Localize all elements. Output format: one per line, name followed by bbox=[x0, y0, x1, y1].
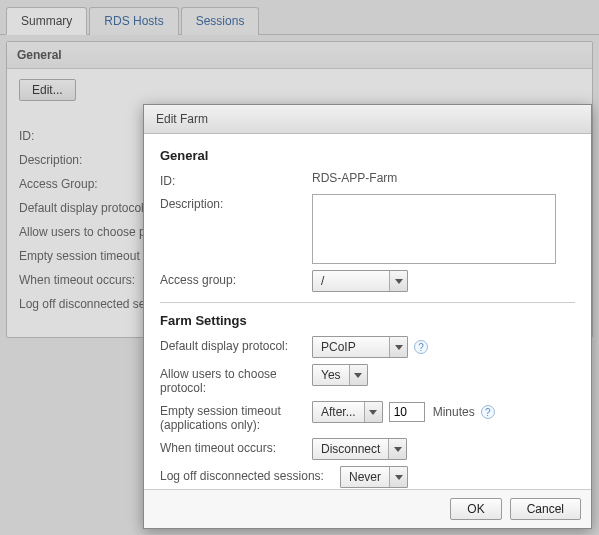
general-panel-header: General bbox=[7, 42, 592, 69]
value-id: RDS-APP-Farm bbox=[312, 171, 397, 185]
when-timeout-select[interactable]: Disconnect bbox=[312, 438, 407, 460]
tab-bar: Summary RDS Hosts Sessions bbox=[0, 0, 599, 35]
section-farm-settings: Farm Settings bbox=[160, 313, 575, 328]
dialog-body: General ID: RDS-APP-Farm Description: Ac… bbox=[144, 134, 591, 489]
label-empty-session: Empty session timeout (applications only… bbox=[160, 401, 312, 432]
row-when-timeout: When timeout occurs: Disconnect bbox=[160, 438, 575, 460]
help-icon[interactable]: ? bbox=[414, 340, 428, 354]
empty-session-mode-select[interactable]: After... bbox=[312, 401, 383, 423]
empty-session-minutes-input[interactable] bbox=[389, 402, 425, 422]
log-off-value: Never bbox=[341, 467, 389, 487]
cancel-button[interactable]: Cancel bbox=[510, 498, 581, 520]
chevron-down-icon[interactable] bbox=[389, 467, 407, 487]
description-input[interactable] bbox=[312, 194, 556, 264]
chevron-down-icon[interactable] bbox=[389, 271, 407, 291]
ok-button[interactable]: OK bbox=[450, 498, 501, 520]
section-general: General bbox=[160, 148, 575, 163]
app-root: Summary RDS Hosts Sessions General Edit.… bbox=[0, 0, 599, 535]
row-empty-session: Empty session timeout (applications only… bbox=[160, 401, 575, 432]
row-log-off: Log off disconnected sessions: Never bbox=[160, 466, 575, 488]
dialog-title: Edit Farm bbox=[144, 105, 591, 134]
chevron-down-icon[interactable] bbox=[388, 439, 406, 459]
tab-sessions[interactable]: Sessions bbox=[181, 7, 260, 35]
row-description: Description: bbox=[160, 194, 575, 264]
edit-farm-dialog: Edit Farm General ID: RDS-APP-Farm Descr… bbox=[143, 104, 592, 529]
access-group-value: / bbox=[313, 271, 389, 291]
label-log-off: Log off disconnected sessions: bbox=[160, 466, 340, 483]
row-access-group: Access group: / bbox=[160, 270, 575, 292]
access-group-select[interactable]: / bbox=[312, 270, 408, 292]
row-allow-choose: Allow users to choose protocol: Yes bbox=[160, 364, 575, 395]
section-divider bbox=[160, 302, 575, 303]
label-access-group: Access group: bbox=[160, 270, 312, 287]
label-description: Description: bbox=[160, 194, 312, 211]
default-protocol-select[interactable]: PCoIP bbox=[312, 336, 408, 358]
tab-rds-hosts[interactable]: RDS Hosts bbox=[89, 7, 178, 35]
edit-button[interactable]: Edit... bbox=[19, 79, 76, 101]
label-id: ID: bbox=[160, 171, 312, 188]
when-timeout-value: Disconnect bbox=[313, 439, 388, 459]
row-default-protocol: Default display protocol: PCoIP ? bbox=[160, 336, 575, 358]
empty-session-mode-value: After... bbox=[313, 402, 364, 422]
label-allow-choose: Allow users to choose protocol: bbox=[160, 364, 312, 395]
tab-summary[interactable]: Summary bbox=[6, 7, 87, 35]
allow-choose-select[interactable]: Yes bbox=[312, 364, 368, 386]
log-off-select[interactable]: Never bbox=[340, 466, 408, 488]
chevron-down-icon[interactable] bbox=[389, 337, 407, 357]
chevron-down-icon[interactable] bbox=[349, 365, 367, 385]
default-protocol-value: PCoIP bbox=[313, 337, 389, 357]
label-default-protocol: Default display protocol: bbox=[160, 336, 312, 353]
minutes-unit-label: Minutes bbox=[431, 405, 475, 419]
label-when-timeout: When timeout occurs: bbox=[160, 438, 312, 455]
dialog-footer: OK Cancel bbox=[144, 489, 591, 528]
allow-choose-value: Yes bbox=[313, 365, 349, 385]
help-icon[interactable]: ? bbox=[481, 405, 495, 419]
row-id: ID: RDS-APP-Farm bbox=[160, 171, 575, 188]
chevron-down-icon[interactable] bbox=[364, 402, 382, 422]
